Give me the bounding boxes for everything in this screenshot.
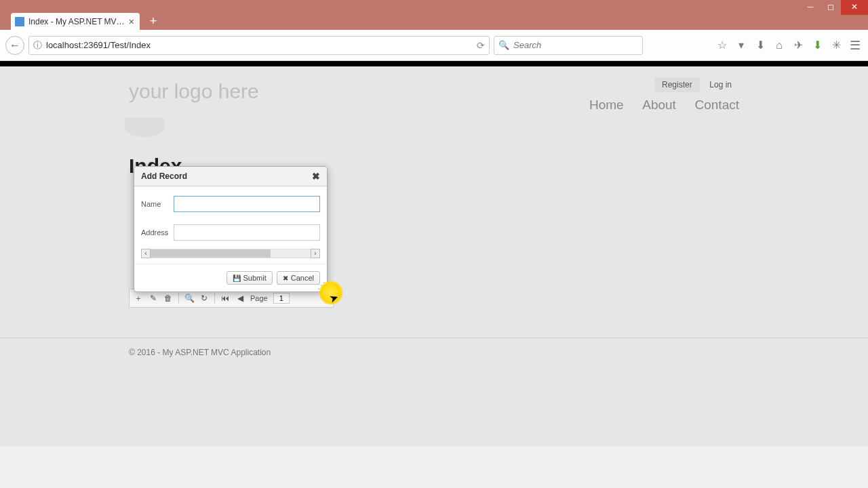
home-icon[interactable]: ⌂ [772,39,787,52]
add-record-dialog: Add Record ✖ Name Address ‹ › 💾Submit ✖C… [134,166,328,292]
search-icon: 🔍 [498,40,509,50]
browser-titlebar: Index - My ASP.NET MVC ... × + ─ ◻ ✕ [0,0,868,30]
save-icon: 💾 [233,274,241,282]
cancel-label: Cancel [291,274,314,282]
name-input[interactable] [174,196,320,212]
back-button[interactable]: ← [5,36,24,55]
dialog-hscroll[interactable]: ‹ › [141,249,320,258]
first-page-icon[interactable]: ⏮ [220,293,230,303]
search-bar[interactable]: 🔍 [494,36,643,55]
address-input[interactable] [174,224,320,241]
page-number-input[interactable] [273,293,290,304]
dialog-titlebar[interactable]: Add Record ✖ [134,167,327,186]
hamburger-menu-icon[interactable]: ☰ [848,38,863,53]
scroll-track[interactable] [151,249,311,258]
search-input[interactable] [513,40,638,50]
tab-favicon-icon [15,17,24,26]
browser-tab[interactable]: Index - My ASP.NET MVC ... × [11,13,140,30]
register-link[interactable]: Register [654,77,700,92]
browser-toolbar: ← ⓘ ⟳ 🔍 ☆ ▾ ⬇ ⌂ ✈ ⬇ ✳ ☰ [0,30,868,61]
tab-close-icon[interactable]: × [127,16,136,27]
cancel-button[interactable]: ✖Cancel [277,271,320,285]
add-icon[interactable]: ＋ [134,293,143,304]
edit-icon[interactable]: ✎ [149,293,158,303]
search-grid-icon[interactable]: 🔍 [184,293,194,303]
pocket-icon[interactable]: ▾ [734,39,749,52]
dialog-title: Add Record [141,171,187,181]
login-link[interactable]: Log in [702,77,739,92]
footer-text: © 2016 - My ASP.NET MVC Application [129,338,739,367]
nav-home[interactable]: Home [589,98,624,112]
scroll-thumb[interactable] [151,249,271,258]
address-label: Address [141,228,174,237]
dialog-close-icon[interactable]: ✖ [312,171,320,182]
reload-icon[interactable]: ⟳ [477,40,485,51]
nav-contact[interactable]: Contact [695,98,739,112]
url-bar[interactable]: ⓘ ⟳ [28,36,490,55]
refresh-icon[interactable]: ↻ [199,293,209,303]
name-label: Name [141,200,174,208]
idm-icon[interactable]: ⬇ [810,39,825,52]
extension-icon[interactable]: ✳ [829,39,844,52]
send-icon[interactable]: ✈ [791,39,806,52]
downloads-icon[interactable]: ⬇ [753,39,768,52]
globe-icon: ⓘ [33,39,42,52]
url-input[interactable] [46,40,477,50]
new-tab-button[interactable]: + [145,15,161,28]
window-buttons: ─ ◻ ✕ [800,0,868,15]
close-window-button[interactable]: ✕ [841,0,868,15]
maximize-button[interactable]: ◻ [821,0,841,15]
logo-shadow [125,118,164,137]
prev-page-icon[interactable]: ◀ [235,293,245,303]
nav-about[interactable]: About [642,98,676,112]
page-body: your logo here Register Log in Home Abou… [0,66,868,446]
scroll-right-icon[interactable]: › [311,249,320,258]
page-label: Page [250,294,268,302]
bookmark-star-icon[interactable]: ☆ [715,39,730,52]
minimize-button[interactable]: ─ [800,0,821,15]
tab-title: Index - My ASP.NET MVC ... [28,17,127,26]
scroll-left-icon[interactable]: ‹ [141,249,151,258]
submit-label: Submit [243,274,267,282]
black-divider [0,61,868,66]
cancel-x-icon: ✖ [283,274,288,282]
delete-icon[interactable]: 🗑 [163,293,173,303]
submit-button[interactable]: 💾Submit [226,271,273,285]
top-nav: Register Log in Home About Contact [573,77,739,113]
